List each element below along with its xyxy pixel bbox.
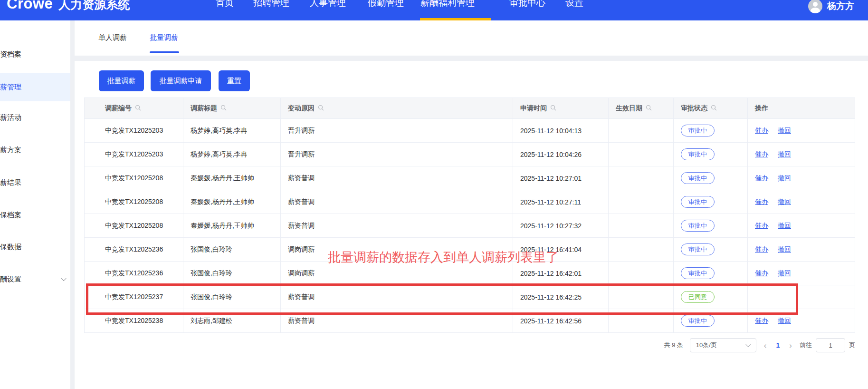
- nav-item-home[interactable]: 首页: [216, 0, 234, 9]
- nav-item-approval[interactable]: 审批中心: [509, 0, 545, 9]
- urge-link[interactable]: 催办: [755, 317, 768, 325]
- urge-link[interactable]: 催办: [755, 222, 768, 230]
- withdraw-link[interactable]: 撤回: [778, 245, 791, 254]
- sidebar-item-insurance-archive[interactable]: 保档案: [0, 204, 70, 225]
- search-icon[interactable]: [135, 105, 141, 112]
- goto-page-input[interactable]: [816, 338, 845, 352]
- cell-actions: 催办撤回: [748, 214, 855, 237]
- screen: Crowe 人力资源系统 首页招聘管理人事管理假勤管理薪酬福利管理审批中心设置 …: [0, 0, 868, 389]
- status-badge: 审批中: [681, 172, 715, 184]
- table-row: 中竞发TX12025208秦媛媛,杨丹丹,王帅帅薪资普调2025-11-12 1…: [85, 214, 855, 237]
- sidebar-item-salary-archive[interactable]: 资档案: [0, 44, 70, 65]
- sidebar-item-adjust-manage[interactable]: 薪管理: [0, 73, 70, 101]
- status-badge: 审批中: [681, 267, 715, 279]
- urge-link[interactable]: 催办: [755, 198, 768, 206]
- cell-adjust-id: 中竞发TX12025208: [85, 166, 183, 190]
- column-header: 调薪标题: [183, 98, 281, 118]
- batch-adjust-button[interactable]: 批量调薪: [99, 70, 144, 91]
- cell-change-reason: 薪资普调: [281, 190, 513, 214]
- table-row: 中竞发TX12025208秦媛媛,杨丹丹,王帅帅薪资普调2025-11-12 1…: [85, 166, 855, 190]
- column-header-label: 调薪标题: [191, 104, 217, 113]
- sidebar-item-insurance-data[interactable]: 保数据: [0, 236, 70, 257]
- withdraw-link[interactable]: 撤回: [778, 198, 791, 206]
- nav-item-settings[interactable]: 设置: [565, 0, 583, 9]
- prev-page-button[interactable]: ‹: [763, 341, 768, 350]
- page-size-select[interactable]: 10条/页: [690, 338, 756, 352]
- status-badge: 审批中: [681, 125, 715, 136]
- sidebar-item-adjust-result[interactable]: 薪结果: [0, 172, 70, 193]
- search-icon[interactable]: [711, 105, 717, 112]
- sidebar-item-adjust-activity[interactable]: 薪活动: [0, 107, 70, 128]
- status-badge: 审批中: [681, 148, 715, 160]
- user-avatar-icon[interactable]: [808, 0, 822, 13]
- withdraw-link[interactable]: 撤回: [778, 126, 791, 135]
- nav-item-compensation[interactable]: 薪酬福利管理: [420, 0, 475, 9]
- cell-effective-date: [609, 119, 674, 142]
- column-header: 调薪编号: [85, 98, 183, 118]
- cell-apply-time: 2025-11-12 10:27:01: [513, 166, 609, 190]
- sidebar-item-label: 酬设置: [0, 275, 21, 284]
- table-row: 中竞发TX12025203杨梦婷,高巧英,李冉晋升调薪2025-11-12 10…: [85, 142, 855, 166]
- cell-apply-time: 2025-11-12 10:04:26: [513, 143, 609, 166]
- user-area[interactable]: 杨方方: [808, 0, 854, 13]
- column-header: 申请时间: [513, 98, 609, 118]
- cell-change-reason: 晋升调薪: [281, 119, 513, 142]
- column-header-label: 变动原因: [288, 104, 315, 113]
- sidebar-item-adjust-plan[interactable]: 薪方案: [0, 139, 70, 160]
- cell-adjust-title: 张国俊,白玲玲: [183, 262, 281, 285]
- tab-batch-adjust[interactable]: 批量调薪: [150, 33, 178, 42]
- cell-adjust-title: 秦媛媛,杨丹丹,王帅帅: [183, 190, 281, 214]
- cell-effective-date: [609, 238, 674, 261]
- table-row: 中竞发TX12025208秦媛媛,杨丹丹,王帅帅薪资普调2025-11-12 1…: [85, 190, 855, 214]
- cell-approval-status: 审批中: [674, 190, 748, 214]
- sidebar-item-comp-settings[interactable]: 酬设置: [0, 269, 70, 290]
- cell-adjust-id: 中竞发TX12025236: [85, 238, 183, 261]
- column-header: 生效日期: [609, 98, 674, 118]
- cell-effective-date: [609, 166, 674, 190]
- status-badge: 审批中: [681, 243, 715, 255]
- cell-adjust-id: 中竞发TX12025208: [85, 190, 183, 214]
- tab-single-adjust[interactable]: 单人调薪: [98, 33, 127, 42]
- urge-link[interactable]: 催办: [755, 269, 768, 278]
- cell-approval-status: 审批中: [674, 214, 748, 237]
- table-header-row: 调薪编号调薪标题变动原因申请时间生效日期审批状态操作: [85, 98, 855, 118]
- app-title: 人力资源系统: [58, 0, 130, 12]
- nav-item-personnel[interactable]: 人事管理: [310, 0, 346, 9]
- withdraw-link[interactable]: 撤回: [778, 317, 791, 325]
- sidebar-item-label: 资档案: [0, 50, 21, 59]
- cell-adjust-id: 中竞发TX12025203: [85, 119, 183, 142]
- chevron-down-icon: [745, 342, 751, 347]
- reset-button[interactable]: 重置: [219, 70, 250, 91]
- goto-label: 前往: [800, 341, 812, 350]
- batch-adjust-apply-button[interactable]: 批量调薪申请: [151, 70, 211, 91]
- urge-link[interactable]: 催办: [755, 150, 768, 159]
- top-navbar: Crowe 人力资源系统 首页招聘管理人事管理假勤管理薪酬福利管理审批中心设置 …: [0, 0, 868, 20]
- nav-item-recruitment[interactable]: 招聘管理: [253, 0, 289, 9]
- sidebar-item-label: 薪管理: [0, 83, 21, 92]
- withdraw-link[interactable]: 撤回: [778, 222, 791, 230]
- sidebar-item-label: 薪方案: [0, 146, 21, 155]
- search-icon[interactable]: [318, 105, 324, 112]
- column-header-label: 操作: [755, 104, 768, 113]
- cell-apply-time: 2025-11-12 10:04:13: [513, 119, 609, 142]
- annotation-text: 批量调薪的数据存入到单人调薪列表里了: [328, 249, 559, 266]
- nav-item-attendance[interactable]: 假勤管理: [368, 0, 404, 9]
- withdraw-link[interactable]: 撤回: [778, 174, 791, 183]
- sidebar-item-label: 保数据: [0, 243, 21, 252]
- cell-change-reason: 晋升调薪: [281, 143, 513, 166]
- search-icon[interactable]: [550, 105, 556, 112]
- next-page-button[interactable]: ›: [788, 341, 793, 350]
- search-icon[interactable]: [220, 105, 227, 112]
- urge-link[interactable]: 催办: [755, 174, 768, 183]
- search-icon[interactable]: [646, 105, 652, 112]
- tab-bar: 单人调薪批量调薪: [75, 20, 868, 56]
- withdraw-link[interactable]: 撤回: [778, 150, 791, 159]
- sidebar-item-label: 薪结果: [0, 178, 21, 187]
- content-panel: 批量调薪批量调薪申请重置 调薪编号调薪标题变动原因申请时间生效日期审批状态操作 …: [75, 61, 868, 389]
- urge-link[interactable]: 催办: [755, 245, 768, 254]
- cell-effective-date: [609, 143, 674, 166]
- cell-adjust-title: 杨梦婷,高巧英,李冉: [183, 143, 281, 166]
- withdraw-link[interactable]: 撤回: [778, 269, 791, 278]
- page-number-1[interactable]: 1: [774, 341, 782, 349]
- urge-link[interactable]: 催办: [755, 126, 768, 135]
